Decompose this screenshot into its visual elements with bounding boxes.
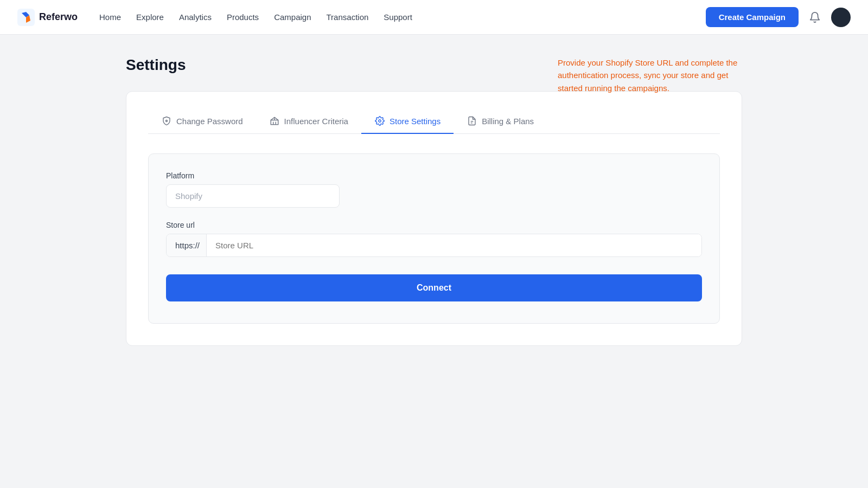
tab-change-password[interactable]: Change Password [148, 109, 256, 134]
tab-billing-plans-label: Billing & Plans [482, 117, 534, 126]
nav-explore[interactable]: Explore [136, 12, 164, 22]
settings-tabs: Change Password Influencer Criteria [148, 109, 720, 134]
settings-card: Change Password Influencer Criteria [126, 91, 742, 346]
tab-store-settings-label: Store Settings [390, 117, 441, 126]
building-icon [269, 115, 280, 126]
logo-icon [17, 9, 35, 26]
platform-label: Platform [166, 171, 702, 180]
form-area: Platform Shopify Store url https:// Conn… [148, 153, 720, 324]
brand-name: Referwo [39, 11, 78, 23]
store-url-input[interactable] [207, 234, 701, 256]
nav-transaction[interactable]: Transaction [327, 12, 369, 22]
svg-point-6 [379, 120, 381, 123]
nav-links: Home Explore Analytics Products Campaign… [99, 12, 706, 22]
create-campaign-button[interactable]: Create Campaign [706, 7, 799, 27]
billing-icon [467, 115, 477, 126]
navbar: Referwo Home Explore Analytics Products … [0, 0, 868, 35]
page-inner: Provide your Shopify Store URL and compl… [108, 35, 760, 368]
nav-support[interactable]: Support [384, 12, 412, 22]
notification-bell-icon[interactable] [807, 10, 822, 25]
tab-billing-plans[interactable]: Billing & Plans [454, 109, 547, 134]
nav-right: Create Campaign [706, 7, 851, 27]
nav-products[interactable]: Products [227, 12, 259, 22]
svg-point-1 [166, 120, 168, 122]
user-avatar[interactable] [831, 8, 851, 27]
store-url-label: Store url [166, 221, 702, 229]
tab-store-settings[interactable]: Store Settings [361, 109, 454, 134]
tab-change-password-label: Change Password [176, 117, 243, 126]
store-url-wrapper: https:// [166, 234, 702, 257]
platform-group: Platform Shopify [166, 171, 702, 208]
shield-icon [161, 115, 172, 126]
svg-rect-2 [271, 120, 278, 125]
nav-campaign[interactable]: Campaign [274, 12, 311, 22]
gear-icon [374, 115, 385, 126]
tab-influencer-criteria-label: Influencer Criteria [284, 117, 348, 126]
tab-influencer-criteria[interactable]: Influencer Criteria [256, 109, 361, 134]
nav-home[interactable]: Home [99, 12, 121, 22]
url-prefix: https:// [167, 234, 207, 256]
info-message: Provide your Shopify Store URL and compl… [558, 56, 742, 94]
logo[interactable]: Referwo [17, 9, 78, 26]
store-url-group: Store url https:// [166, 221, 702, 257]
platform-select[interactable]: Shopify [166, 184, 340, 208]
connect-button[interactable]: Connect [166, 274, 702, 301]
page-content: Provide your Shopify Store URL and compl… [0, 0, 868, 488]
nav-analytics[interactable]: Analytics [179, 12, 212, 22]
